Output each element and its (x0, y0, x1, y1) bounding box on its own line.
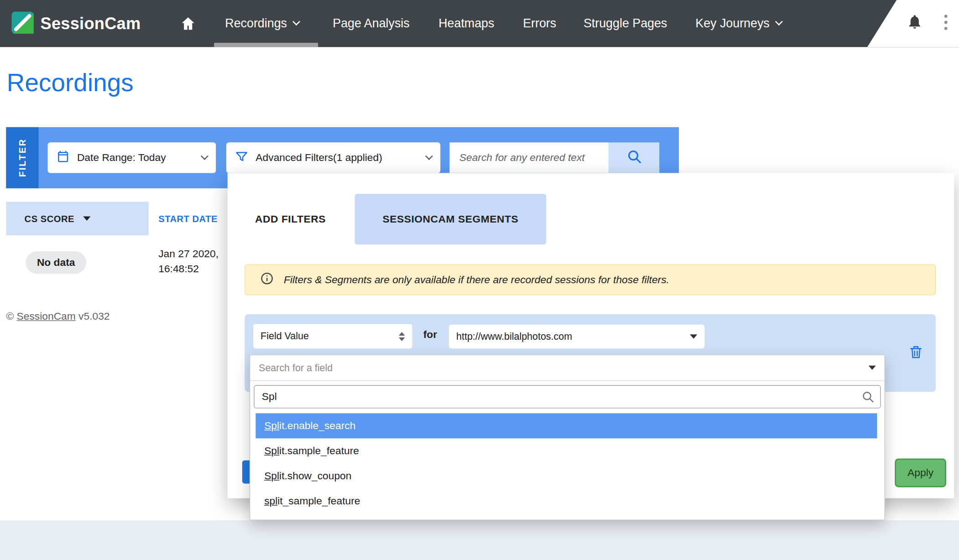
filter-collapse-tab[interactable]: FILTER (6, 127, 38, 188)
search-button[interactable] (609, 142, 659, 173)
nav-item-heatmaps-label: Heatmaps (438, 16, 494, 31)
cs-score-badge: No data (26, 251, 86, 274)
kebab-menu-icon[interactable] (944, 15, 948, 30)
field-option-split-show-coupon[interactable]: Split.show_coupon (255, 463, 877, 488)
column-header-cs-score[interactable]: CS SCORE (6, 202, 148, 235)
sessioncam-logo-icon (11, 11, 34, 36)
footer-copyright: © SessionCam v5.032 (6, 311, 109, 323)
nav-item-struggle-pages-label: Struggle Pages (584, 16, 667, 31)
start-date-line1: Jan 27 2020, (158, 247, 219, 262)
tab-add-filters[interactable]: ADD FILTERS (255, 194, 326, 244)
updown-spinner-icon (399, 332, 405, 341)
field-option-split-enable-search[interactable]: Split.enable_search (255, 413, 877, 438)
search-icon (626, 149, 642, 167)
nav-item-recordings[interactable]: Recordings (225, 0, 299, 47)
site-select-value: http://www.bilalphotos.com (456, 331, 572, 342)
top-navigation-bar: SessionCam Recordings Page Analysis Heat… (0, 0, 959, 47)
caret-down-icon (690, 334, 697, 338)
nav-item-struggle-pages[interactable]: Struggle Pages (584, 0, 667, 47)
start-date-cell: Jan 27 2020, 16:48:52 (158, 247, 219, 276)
calendar-icon (56, 150, 69, 166)
version-label: v5.032 (78, 311, 109, 322)
delete-filter-button[interactable] (908, 344, 924, 362)
sessioncam-footer-link[interactable]: SessionCam (17, 311, 76, 322)
trash-icon (908, 351, 924, 362)
nav-item-key-journeys[interactable]: Key Journeys (695, 0, 782, 47)
field-option-list: Split.enable_search Split.sample_feature… (255, 413, 877, 513)
page-title: Recordings (7, 68, 134, 97)
sort-arrow-icon (83, 217, 90, 221)
brand-name: SessionCam (40, 15, 141, 34)
field-option-split-sample-feature-lower[interactable]: split_sample_feature (255, 488, 877, 513)
apply-button[interactable]: Apply (895, 458, 946, 487)
start-date-header-label: START DATE (158, 213, 218, 224)
advanced-filters-label: Advanced Filters(1 applied) (255, 151, 382, 164)
home-icon[interactable] (180, 16, 196, 35)
field-combo-placeholder: Search for a field (259, 362, 333, 373)
page-background-strip (0, 520, 959, 560)
nav-item-recordings-label: Recordings (225, 16, 287, 31)
caret-down-icon (869, 366, 876, 370)
notification-bell-icon[interactable] (907, 13, 923, 32)
active-nav-underline (214, 43, 318, 47)
date-range-label: Date Range: Today (77, 151, 166, 164)
chevron-down-icon (292, 18, 300, 26)
field-search-icon (861, 390, 875, 406)
field-search-input[interactable] (254, 385, 881, 409)
field-option-split-sample-feature[interactable]: Split.sample_feature (255, 438, 877, 463)
info-banner-text: Filters & Segments are only available if… (284, 274, 669, 286)
site-select[interactable]: http://www.bilalphotos.com (449, 325, 704, 348)
chevron-down-icon (201, 152, 208, 160)
app-viewport: SessionCam Recordings Page Analysis Heat… (0, 0, 959, 560)
field-combo-dropdown: Search for a field Split.enable_search S… (250, 355, 885, 520)
field-combo-header[interactable]: Search for a field (250, 355, 884, 381)
nav-item-key-journeys-label: Key Journeys (695, 16, 769, 31)
start-date-line2: 16:48:52 (158, 262, 219, 276)
for-label: for (423, 329, 437, 341)
chevron-down-icon (775, 18, 783, 26)
nav-item-errors[interactable]: Errors (523, 0, 556, 47)
copyright-symbol: © (6, 311, 14, 322)
brand-logo[interactable]: SessionCam (11, 11, 141, 36)
tab-sessioncam-segments[interactable]: SESSIONCAM SEGMENTS (355, 194, 547, 244)
nav-item-heatmaps[interactable]: Heatmaps (438, 0, 494, 47)
filter-funnel-icon (235, 150, 248, 166)
advanced-filters-button[interactable]: Advanced Filters(1 applied) (226, 142, 440, 173)
nav-item-page-analysis-label: Page Analysis (333, 16, 409, 31)
filter-tab-label: FILTER (17, 138, 28, 177)
nav-item-errors-label: Errors (523, 16, 556, 31)
text-search-input[interactable] (449, 142, 609, 173)
cs-score-header-label: CS SCORE (25, 213, 74, 224)
date-range-button[interactable]: Date Range: Today (48, 142, 216, 173)
field-search-wrapper (254, 385, 881, 409)
chevron-down-icon (425, 152, 433, 160)
info-icon (260, 271, 274, 288)
info-banner: Filters & Segments are only available if… (245, 264, 936, 295)
field-type-value: Field Value (261, 331, 309, 342)
field-type-select[interactable]: Field Value (253, 324, 412, 349)
nav-item-page-analysis[interactable]: Page Analysis (333, 0, 409, 47)
